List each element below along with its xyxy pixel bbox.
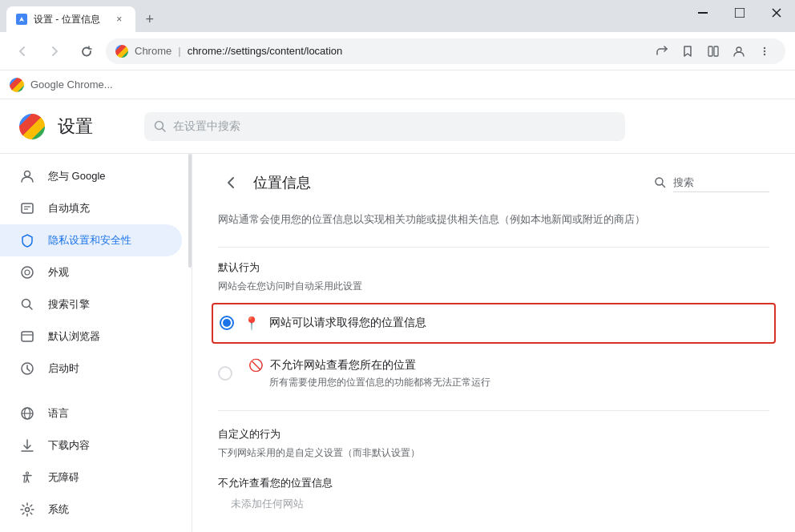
minimize-button[interactable] bbox=[684, 0, 721, 26]
custom-section-label: 自定义的行为 bbox=[192, 417, 795, 445]
sidebar-item-startup[interactable]: 启动时 bbox=[0, 353, 182, 385]
settings-body: 您与 Google 自动填充 隐私设置和安全性 bbox=[0, 154, 795, 532]
content-search-field[interactable]: 搜索 bbox=[673, 173, 769, 192]
svg-point-18 bbox=[25, 270, 30, 275]
download-icon bbox=[19, 437, 35, 453]
svg-point-13 bbox=[25, 171, 30, 177]
svg-point-10 bbox=[764, 53, 765, 54]
deny-option[interactable]: 🚫 不允许网站查看您所在的位置 所有需要使用您的位置信息的功能都将无法正常运行 bbox=[192, 347, 795, 401]
location-description: 网站通常会使用您的位置信息以实现相关功能或提供相关信息（例如本地新闻或附近的商店… bbox=[192, 205, 795, 240]
no-location-icon: 🚫 bbox=[248, 358, 264, 373]
content-back-button[interactable] bbox=[218, 170, 244, 195]
svg-rect-2 bbox=[735, 8, 745, 18]
no-site-label: 未添加任何网站 bbox=[192, 494, 795, 514]
address-brand: Chrome bbox=[135, 45, 172, 57]
sidebar-item-appearance[interactable]: 外观 bbox=[0, 256, 182, 288]
language-icon bbox=[19, 405, 35, 421]
sidebar-label-browser: 默认浏览器 bbox=[48, 329, 100, 344]
maximize-button[interactable] bbox=[721, 0, 758, 26]
content-search: 搜索 bbox=[654, 173, 769, 192]
sidebar: 您与 Google 自动填充 隐私设置和安全性 bbox=[0, 154, 192, 532]
tab-close-button[interactable]: × bbox=[113, 13, 126, 26]
accessibility-icon bbox=[19, 470, 35, 486]
back-button[interactable] bbox=[10, 38, 35, 64]
svg-line-35 bbox=[662, 184, 665, 187]
sidebar-item-system[interactable]: 系统 bbox=[0, 494, 182, 526]
window-frame: 设置 - 位置信息 × + bbox=[0, 0, 795, 532]
deny-sublabel: 所有需要使用您的位置信息的功能都将无法正常运行 bbox=[269, 376, 490, 389]
app-bar: Google Chrome... bbox=[0, 71, 795, 99]
deny-radio[interactable] bbox=[218, 366, 232, 381]
sidebar-label-download: 下载内容 bbox=[48, 438, 90, 453]
close-button[interactable] bbox=[758, 0, 795, 26]
allow-option[interactable]: 📍 网站可以请求取得您的位置信息 bbox=[212, 303, 776, 344]
divider-2 bbox=[218, 410, 769, 411]
sidebar-item-google[interactable]: 您与 Google bbox=[0, 160, 182, 192]
settings-title: 设置 bbox=[58, 115, 93, 139]
window-controls bbox=[684, 0, 795, 26]
content-search-label: 搜索 bbox=[673, 175, 694, 190]
deny-label: 不允许网站查看您所在的位置 bbox=[270, 358, 416, 373]
sidebar-item-search[interactable]: 搜索引擎 bbox=[0, 288, 182, 320]
address-url: chrome://settings/content/location bbox=[188, 45, 644, 57]
divider-1 bbox=[218, 247, 769, 248]
svg-line-12 bbox=[163, 128, 166, 131]
location-pin-icon: 📍 bbox=[244, 316, 260, 331]
sidebar-item-accessibility[interactable]: 无障碍 bbox=[0, 461, 182, 494]
browser-icon bbox=[19, 328, 35, 345]
settings-search-bar[interactable]: 在设置中搜索 bbox=[144, 112, 625, 141]
sidebar-item-language[interactable]: 语言 bbox=[0, 397, 182, 429]
svg-rect-5 bbox=[708, 46, 712, 56]
sidebar-label-language: 语言 bbox=[48, 406, 69, 421]
forward-button[interactable] bbox=[42, 38, 67, 64]
allow-radio[interactable] bbox=[220, 316, 234, 330]
svg-point-33 bbox=[26, 508, 30, 512]
svg-point-31 bbox=[26, 472, 29, 474]
svg-point-8 bbox=[764, 46, 765, 48]
svg-line-20 bbox=[30, 307, 33, 310]
nav-bar: Chrome | chrome://settings/content/locat… bbox=[0, 32, 795, 71]
address-favicon bbox=[115, 45, 128, 58]
split-icon[interactable] bbox=[702, 40, 724, 62]
address-separator: | bbox=[178, 45, 180, 57]
sidebar-item-reset[interactable]: 重置并清理 bbox=[0, 526, 182, 532]
address-bar[interactable]: Chrome | chrome://settings/content/locat… bbox=[106, 38, 785, 64]
profile-icon[interactable] bbox=[728, 40, 750, 62]
bookmark-icon[interactable] bbox=[676, 40, 699, 62]
sidebar-item-privacy[interactable]: 隐私设置和安全性 bbox=[0, 224, 182, 256]
content-header-left: 位置信息 bbox=[218, 170, 311, 195]
svg-rect-21 bbox=[22, 332, 33, 341]
sidebar-label-startup: 启动时 bbox=[48, 361, 79, 376]
search-placeholder: 在设置中搜索 bbox=[173, 119, 240, 134]
reload-button[interactable] bbox=[74, 38, 99, 64]
sidebar-label-appearance: 外观 bbox=[48, 265, 69, 280]
startup-icon bbox=[19, 361, 35, 377]
svg-rect-14 bbox=[22, 204, 33, 213]
content-header: 位置信息 搜索 bbox=[192, 154, 795, 205]
autofill-icon bbox=[19, 200, 35, 216]
sidebar-item-autofill[interactable]: 自动填充 bbox=[0, 192, 182, 224]
sidebar-scrollbar[interactable] bbox=[188, 154, 192, 268]
svg-point-9 bbox=[764, 50, 765, 51]
tab-strip: 设置 - 位置信息 × + bbox=[0, 0, 161, 32]
menu-icon[interactable] bbox=[753, 40, 776, 62]
no-allow-sublabel: 不允许查看您的位置信息 bbox=[192, 470, 795, 494]
tab-title: 设置 - 位置信息 bbox=[34, 13, 100, 26]
appearance-icon bbox=[19, 264, 35, 280]
app-favicon bbox=[10, 78, 24, 92]
sidebar-label-system: 系统 bbox=[48, 502, 69, 517]
active-tab[interactable]: 设置 - 位置信息 × bbox=[6, 6, 135, 32]
settings-logo bbox=[19, 114, 45, 139]
settings-header: 设置 在设置中搜索 bbox=[0, 99, 795, 154]
app-label: Google Chrome... bbox=[30, 79, 113, 91]
sidebar-item-browser[interactable]: 默认浏览器 bbox=[0, 320, 182, 353]
allow-label: 网站可以请求取得您的位置信息 bbox=[269, 316, 426, 330]
title-bar: 设置 - 位置信息 × + bbox=[0, 0, 795, 32]
new-tab-button[interactable]: + bbox=[139, 8, 161, 30]
sidebar-label-google: 您与 Google bbox=[48, 169, 106, 183]
system-icon bbox=[19, 502, 35, 518]
custom-section-desc: 下列网站采用的是自定义设置（而非默认设置） bbox=[192, 445, 795, 470]
content-area: 位置信息 搜索 网站通常会使用您的位置信息以实现相关功能或提供相关信息（例如本地… bbox=[192, 154, 795, 532]
sidebar-item-download[interactable]: 下载内容 bbox=[0, 429, 182, 461]
share-icon[interactable] bbox=[651, 40, 673, 62]
